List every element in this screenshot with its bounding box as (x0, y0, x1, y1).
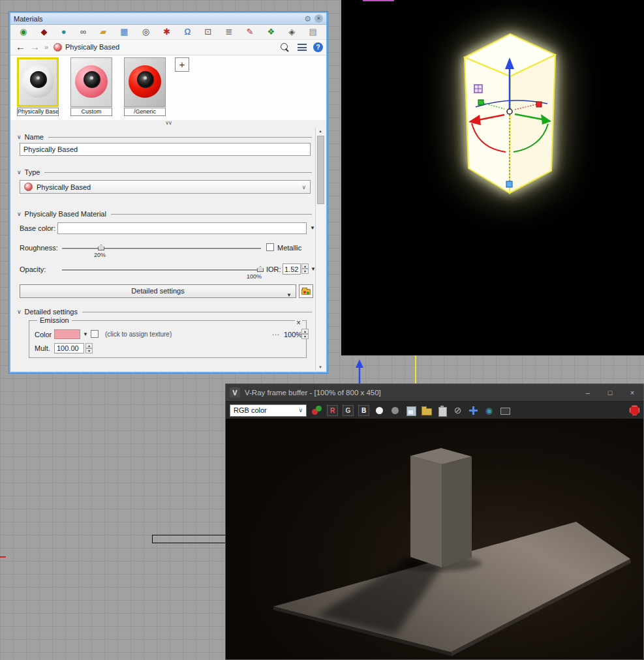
save-image-icon[interactable] (405, 405, 416, 416)
opacity-value: 100% (247, 273, 262, 280)
link-icon[interactable]: ∞ (80, 27, 86, 37)
track-mouse-icon[interactable] (468, 405, 479, 416)
detailed-settings-button[interactable]: Detailed settings ▼ (20, 284, 296, 298)
texture-browse-button[interactable]: ... (272, 329, 280, 337)
spin-up-icon[interactable]: ▴ (301, 263, 309, 269)
material-library-button[interactable] (299, 284, 313, 298)
roughness-slider-track[interactable] (62, 248, 261, 249)
material-type-dropdown[interactable]: Physically Based ∨ (20, 180, 311, 194)
metallic-checkbox[interactable] (266, 243, 274, 251)
panel-close-icon[interactable]: × (314, 14, 323, 23)
material-thumbnail-physically-based[interactable] (17, 57, 59, 107)
breadcrumb[interactable]: Physically Based (65, 43, 119, 51)
panel-scrollbar[interactable]: ▴ ▾ (315, 128, 325, 370)
diamond-icon[interactable]: ◈ (288, 27, 295, 37)
swatches-icon[interactable] (311, 405, 322, 416)
clear-image-icon[interactable]: ⊘ (452, 405, 463, 416)
pencil-icon[interactable]: ✎ (246, 27, 253, 37)
sphere-icon[interactable]: ◉ (20, 27, 27, 37)
forward-button[interactable]: → (30, 41, 40, 52)
opacity-slider-handle[interactable] (257, 266, 264, 272)
materials-panel: Materials ⚙ × ◉ ◆ ● ∞ ▰ ▦ ◎ ✱ Ω ⊡ ≣ ✎ ❖ … (9, 12, 328, 373)
vray-titlebar[interactable]: V V-Ray frame buffer - [100% of 800 x 45… (226, 384, 643, 401)
window-buttons: – □ × (577, 384, 643, 401)
mult-input[interactable] (54, 343, 84, 353)
green-channel-button[interactable]: G (343, 405, 354, 416)
document-icon[interactable]: ▤ (309, 27, 317, 37)
channel-dropdown[interactable]: RGB color ∨ (230, 404, 307, 417)
layers-icon[interactable]: ≣ (225, 27, 232, 37)
render-region-icon[interactable]: ◉ (483, 405, 495, 416)
emission-amount: 100% (284, 331, 302, 338)
snowflake-icon[interactable]: ✱ (163, 27, 170, 37)
scroll-down-icon[interactable]: ▾ (316, 365, 325, 370)
opacity-slider-track[interactable] (62, 269, 261, 271)
ior-spinner[interactable]: ▴ ▾ (301, 263, 309, 274)
vray-toolbar: RGB color ∨ R G B ⊘ ◉ (226, 401, 643, 419)
close-button[interactable]: × (621, 384, 643, 401)
image-icon[interactable]: ▦ (120, 27, 128, 37)
spin-down-icon[interactable]: ▾ (301, 269, 309, 274)
gumball-widget[interactable] (341, 0, 644, 355)
mult-spinner[interactable]: ▴ ▾ (85, 343, 93, 353)
emission-texture-checkbox[interactable] (91, 330, 99, 338)
scroll-up-icon[interactable]: ▴ (316, 128, 325, 134)
spin-up-icon[interactable]: ▴ (301, 329, 309, 334)
spin-down-icon[interactable]: ▾ (85, 348, 93, 353)
material-thumbnail-generic[interactable] (124, 57, 166, 107)
material-ball-icon (54, 43, 62, 52)
camera-icon[interactable]: ◎ (142, 27, 149, 37)
desktop: Materials ⚙ × ◉ ◆ ● ∞ ▰ ▦ ◎ ✱ Ω ⊡ ≣ ✎ ❖ … (0, 0, 644, 660)
red-channel-button[interactable]: R (327, 405, 338, 416)
back-button[interactable]: ← (16, 41, 25, 52)
blue-channel-button[interactable]: B (358, 405, 369, 416)
material-type-icon (24, 183, 33, 191)
spin-down-icon[interactable]: ▾ (301, 334, 309, 339)
bell-icon[interactable]: Ω (184, 27, 191, 37)
roughness-slider-handle[interactable] (98, 245, 104, 250)
material-icon[interactable]: ◆ (41, 27, 48, 37)
maximize-button[interactable]: □ (599, 384, 621, 401)
emission-close-icon[interactable]: × (295, 318, 302, 327)
white-balance-icon[interactable] (374, 405, 385, 416)
add-material-button[interactable]: + (175, 57, 189, 72)
plant-icon[interactable]: ❖ (268, 27, 275, 37)
folder-icon[interactable]: ▰ (100, 27, 106, 37)
section-header-type[interactable]: ∨ Type (17, 168, 312, 176)
base-color-swatch[interactable] (57, 222, 307, 234)
base-color-dropdown-icon[interactable]: ▼ (310, 225, 315, 231)
help-icon[interactable]: ? (313, 42, 323, 52)
collapse-thumbnails-handle[interactable]: ∨∨ (10, 120, 326, 128)
spin-up-icon[interactable]: ▴ (85, 343, 93, 348)
gumball-z-arrow[interactable] (353, 359, 366, 383)
rendered-viewport[interactable] (341, 0, 644, 355)
texture-hint: (click to assign texture) (105, 331, 172, 338)
ball-icon[interactable]: ● (61, 27, 67, 37)
stop-render-button[interactable] (630, 406, 639, 415)
open-image-icon[interactable] (421, 405, 432, 416)
emission-color-dropdown-icon[interactable]: ▼ (83, 331, 88, 337)
display-correction-icon[interactable] (499, 405, 510, 416)
detailed-settings-button-label: Detailed settings (131, 287, 184, 295)
vray-render-view[interactable] (226, 419, 643, 659)
gray-balance-icon[interactable] (390, 405, 401, 416)
section-header-name[interactable]: ∨ Name (17, 132, 312, 141)
materials-panel-titlebar[interactable]: Materials ⚙ × (10, 13, 326, 25)
search-icon[interactable] (281, 43, 290, 52)
section-header-detailed[interactable]: ∨ Detailed settings (17, 307, 312, 316)
scrollbar-thumb[interactable] (317, 136, 324, 204)
gear-icon[interactable]: ⚙ (304, 14, 311, 23)
roughness-value: 20% (94, 252, 106, 258)
material-thumbnail-custom[interactable] (70, 57, 112, 107)
minimize-button[interactable]: – (577, 384, 599, 401)
emission-amount-spinner[interactable]: ▴ ▾ (301, 329, 309, 339)
menu-icon[interactable] (298, 44, 307, 51)
section-label: Name (25, 133, 44, 141)
material-name-input[interactable] (20, 143, 311, 156)
section-header-pbm[interactable]: ∨ Physically Based Material (17, 209, 312, 218)
chevron-down-icon: ∨ (298, 407, 303, 413)
copy-to-clipboard-icon[interactable] (437, 405, 448, 416)
ior-input[interactable] (283, 263, 301, 275)
emission-color-swatch[interactable] (54, 329, 80, 339)
monitor-icon[interactable]: ⊡ (204, 27, 211, 37)
